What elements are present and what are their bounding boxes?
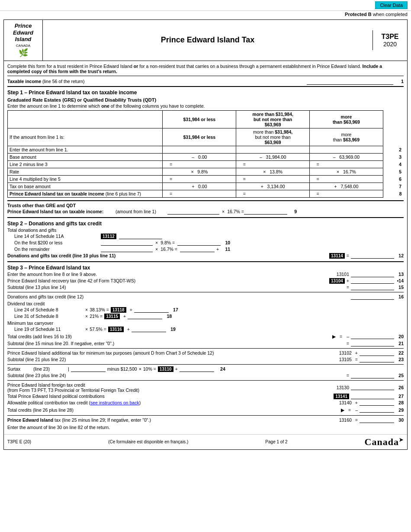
line21-row: Subtotal (line 15 minus line 20. If nega…: [7, 341, 404, 346]
trusts-other-label: Prince Edward Island tax on taxable inco…: [7, 209, 116, 214]
trusts-other-amount-input[interactable]: [167, 209, 219, 215]
surtax-input1[interactable]: [71, 366, 106, 372]
step1-subtitle: Graduated Rate Estates (GRE) or Qualifie…: [7, 97, 404, 103]
clear-data-button[interactable]: Clear Data: [375, 1, 408, 9]
line20-row: Total credits (add lines 16 to 19) ► = –…: [7, 333, 404, 340]
top-bar: Clear Data: [0, 0, 411, 11]
logo-prince: Prince: [13, 22, 33, 29]
donations-credit-input[interactable]: [351, 253, 394, 259]
line25-input[interactable]: [351, 373, 394, 378]
line4-col1-input[interactable]: [173, 162, 229, 167]
line22-row: Prince Edward Island additional tax for …: [7, 350, 404, 356]
form-year: 2020: [376, 41, 405, 48]
line27-input[interactable]: [351, 394, 394, 399]
logo-box: Prince Edward Island CANADA 🌿: [4, 20, 43, 61]
taxable-income-label: Taxable income: [7, 79, 41, 84]
step2-row2-label: On the remainder: [14, 247, 101, 252]
col0-header: [8, 110, 163, 128]
line22-input[interactable]: [360, 350, 394, 356]
step2-row2-result[interactable]: [180, 247, 215, 252]
line4-col2-input[interactable]: [247, 162, 303, 167]
line14-input[interactable]: [351, 278, 394, 284]
form-title-box: Prince Edward Island Tax: [43, 31, 372, 49]
surtax-row: Surtax (line 23) | minus $12,500 × 10% =…: [7, 366, 404, 372]
form-title: Prince Edward Island Tax: [47, 35, 368, 45]
line13-code: 13101: [335, 272, 351, 277]
step2-schedule-code: 13112: [101, 234, 116, 239]
line8-col3-input[interactable]: [321, 191, 376, 196]
step2-row2: On the remainder × 16.7% = + 11: [14, 247, 404, 252]
col1-label: $31,984 or less: [163, 128, 236, 146]
gre-table: $31,984 or less more than $31,984,but no…: [7, 110, 404, 198]
col3-label: morethan $63,969: [310, 128, 383, 146]
line19-input[interactable]: [132, 327, 166, 332]
line30-instruction: Enter the amount of line 30 on line 82 o…: [7, 425, 404, 430]
col-label-cell: If the amount from line 1 is:: [8, 128, 163, 146]
logo-edward: Edward: [13, 29, 33, 36]
line15-input[interactable]: [351, 285, 394, 290]
line2-col2-input[interactable]: [238, 147, 308, 152]
line4-col3-input[interactable]: [321, 162, 376, 167]
line6-col2-input[interactable]: [247, 176, 303, 182]
line17-row: Line 24 of Schedule 8 × 38.13% = 13118 +…: [14, 307, 404, 313]
logo-canada: CANADA: [13, 44, 33, 48]
line18-input[interactable]: [128, 314, 162, 319]
line28-input[interactable]: [360, 400, 394, 406]
step2-row2-input[interactable]: [101, 247, 153, 252]
form-container: Prince Edward Island CANADA 🌿 Prince Edw…: [3, 19, 408, 450]
trusts-other-sublabel: (amount from line 1): [116, 209, 167, 214]
donations-eq: =: [345, 253, 351, 258]
line26-input[interactable]: [351, 385, 394, 390]
table-row: Prince Edward Island tax on taxable inco…: [8, 190, 404, 197]
line26-row: Prince Edward Island foreign tax credit …: [7, 382, 404, 393]
line20-input[interactable]: [351, 333, 394, 339]
line20-arrow: ►: [331, 333, 337, 340]
line29-input[interactable]: [360, 407, 394, 413]
taxable-income-input[interactable]: [307, 78, 393, 85]
step2-row1: On the first $200 or less × 9.8% = 10: [14, 240, 404, 246]
footer-french-text: (Ce formulaire est disponible en françai…: [108, 439, 188, 444]
dividend-heading: Dividend tax credit: [7, 301, 404, 306]
canada-logo: Canada➤: [365, 436, 404, 448]
step2-total-label: Total donations and gifts: [7, 228, 404, 233]
taxable-income-sublabel: (line 56 of the return): [42, 79, 84, 84]
line2-col1-input[interactable]: [164, 147, 234, 152]
line6-col1-input[interactable]: [173, 176, 229, 182]
donations-credit-label: Donations and gifts tax credit (line 10 …: [7, 253, 329, 258]
taxable-income-row: Taxable income (line 56 of the return) 1: [7, 78, 404, 85]
step2-schedule-input[interactable]: [119, 234, 162, 239]
table-row: Base amount – 0.00 – 31,984.00 – 63,969.…: [8, 153, 404, 160]
table-row: Line 2 minus line 3 = = = 4: [8, 160, 404, 168]
line23-row: Subtotal (line 21 plus line 22) 13105 = …: [7, 357, 404, 362]
trusts-other-result-input[interactable]: [244, 209, 287, 215]
step2-schedule-label: Line 14 of Schedule 11A: [14, 234, 101, 239]
line13-input[interactable]: [351, 272, 394, 277]
surtax-paren: (line 23): [33, 366, 68, 372]
step2-row1-input[interactable]: [101, 240, 153, 246]
step1-instruction: Enter the amount on line 1 to determine …: [7, 103, 404, 109]
line16-input[interactable]: [351, 294, 394, 300]
surtax-minus: minus $12,500: [107, 366, 137, 372]
line28-row: Allowable political contribution tax cre…: [7, 400, 404, 406]
trusts-other-heading: Trusts other than GRE and QDT: [7, 203, 404, 208]
line23-input[interactable]: [360, 357, 394, 362]
line28-link[interactable]: see instructions on back: [90, 400, 139, 405]
line8-col1-input[interactable]: [173, 191, 229, 196]
mintax-heading: Minimum tax carryover: [7, 320, 404, 326]
donations-credit-row: Donations and gifts tax credit (line 10 …: [7, 253, 404, 259]
trusts-other-multiplier: ×: [222, 209, 225, 214]
line2-col3-input[interactable]: [311, 147, 381, 152]
line13-row: Enter the amount from line 8 or line 9 a…: [7, 272, 404, 277]
form-header: Prince Edward Island CANADA 🌿 Prince Edw…: [4, 20, 407, 61]
line19-row: Line 19 of Schedule 11 × 57.5% = 13116 +…: [14, 327, 404, 332]
line30-input[interactable]: [360, 417, 394, 423]
line6-col3-input[interactable]: [321, 176, 376, 182]
line8-col2-input[interactable]: [247, 191, 303, 196]
step2-row1-result[interactable]: [177, 240, 221, 246]
line15-row: Subtotal (line 13 plus line 14) = 15: [7, 285, 404, 290]
form-body: Complete this form for a trust resident …: [4, 61, 407, 434]
step1-title: Step 1 – Prince Edward Island tax on tax…: [7, 90, 404, 96]
line17-input[interactable]: [134, 307, 169, 313]
surtax-input2[interactable]: [180, 366, 214, 372]
line21-input[interactable]: [351, 341, 394, 346]
